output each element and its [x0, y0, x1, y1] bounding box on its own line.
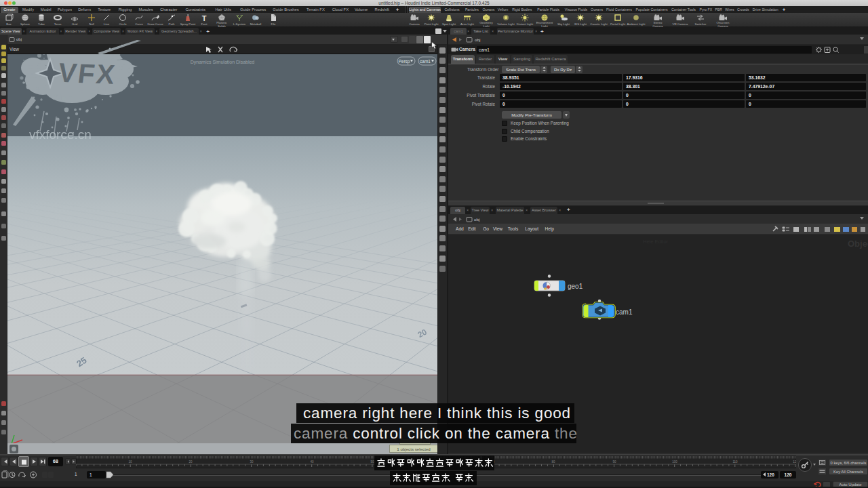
svg-text:cam1: cam1: [420, 59, 431, 64]
svg-text:geo1: geo1: [568, 283, 583, 290]
svg-text:Dynamics Simulation Disabled: Dynamics Simulation Disabled: [191, 60, 255, 65]
svg-text:VFX: VFX: [56, 58, 118, 89]
svg-text:100: 100: [672, 460, 677, 464]
svg-text:Persp: Persp: [399, 59, 410, 64]
svg-text:120: 120: [793, 460, 796, 464]
svg-text:20: 20: [189, 460, 193, 464]
svg-text:40: 40: [310, 460, 314, 464]
svg-text:80: 80: [551, 460, 555, 464]
svg-text:T: T: [202, 14, 207, 22]
svg-text:110: 110: [732, 460, 738, 464]
svg-text:vfxforce.cn: vfxforce.cn: [29, 127, 92, 142]
svg-text:10: 10: [128, 460, 132, 464]
svg-text:90: 90: [612, 460, 616, 464]
svg-text:30: 30: [250, 460, 254, 464]
svg-text:cam1: cam1: [616, 308, 633, 316]
